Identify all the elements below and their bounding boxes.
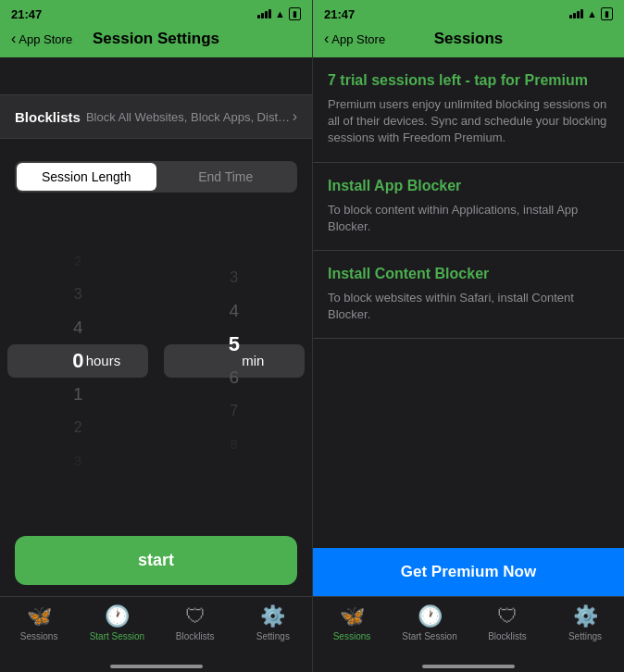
picker-mins-label: min bbox=[242, 344, 264, 378]
tab-settings-left[interactable]: ⚙️ Settings bbox=[234, 604, 312, 648]
status-time-left: 21:47 bbox=[11, 7, 42, 21]
status-icons-left: ▲ ▮ bbox=[257, 7, 301, 20]
promo-text: Premium users enjoy unlimited blocking s… bbox=[328, 96, 609, 147]
settings-tab-label-right: Settings bbox=[568, 631, 602, 641]
end-time-tab[interactable]: End Time bbox=[156, 163, 296, 191]
signal-icon bbox=[257, 9, 271, 19]
blocklists-row[interactable]: Blocklists Block All Websites, Block App… bbox=[0, 94, 312, 139]
home-indicator-left bbox=[110, 665, 203, 668]
back-button-right[interactable]: ‹ App Store bbox=[324, 31, 385, 47]
start-button[interactable]: start bbox=[15, 536, 297, 585]
sessions-tab-label: Sessions bbox=[20, 631, 58, 641]
content-blocker-text: To block websites within Safari, install… bbox=[328, 290, 609, 323]
back-chevron-right: ‹ bbox=[324, 31, 329, 47]
back-button-left[interactable]: ‹ App Store bbox=[11, 31, 72, 47]
settings-tab-label: Settings bbox=[256, 631, 290, 641]
sessions-tab-icon: 🦋 bbox=[27, 604, 52, 628]
blocklists-tab-label: Blocklists bbox=[176, 631, 215, 641]
back-label-left: App Store bbox=[19, 32, 72, 46]
picker-hours-above3: 2 bbox=[0, 244, 156, 278]
right-panel: 21:47 ▲ ▮ ‹ App Store Sessions 7 trial s… bbox=[312, 0, 624, 672]
picker-hours-above1: 4 bbox=[0, 311, 156, 344]
sessions-tab-icon-right: 🦋 bbox=[340, 604, 365, 628]
tab-sessions-right[interactable]: 🦋 Sessions bbox=[313, 604, 391, 648]
sessions-tab-label-right: Sessions bbox=[333, 631, 371, 641]
left-panel: 21:47 ▲ ▮ ‹ App Store Session Settings B… bbox=[0, 0, 312, 672]
start-session-tab-label: Start Session bbox=[90, 631, 144, 641]
content-left: Blocklists Block All Websites, Block App… bbox=[0, 57, 312, 596]
tab-settings-right[interactable]: ⚙️ Settings bbox=[546, 604, 624, 648]
start-session-tab-icon: 🕐 bbox=[105, 604, 130, 628]
page-title-right: Sessions bbox=[434, 30, 504, 48]
blocklists-tab-icon: 🛡 bbox=[185, 604, 206, 628]
wifi-icon: ▲ bbox=[275, 8, 285, 19]
tab-blocklists-left[interactable]: 🛡 Blocklists bbox=[156, 604, 234, 648]
hours-picker-col[interactable]: 2 3 4 0 hours 1 2 3 bbox=[0, 200, 156, 521]
content-blocker-title: Install Content Blocker bbox=[328, 266, 609, 282]
start-session-tab-icon-right: 🕐 bbox=[418, 604, 443, 628]
app-blocker-title: Install App Blocker bbox=[328, 178, 609, 194]
tab-start-session-left[interactable]: 🕐 Start Session bbox=[78, 604, 156, 648]
settings-tab-icon-right: ⚙️ bbox=[573, 604, 598, 628]
status-bar-left: 21:47 ▲ ▮ bbox=[0, 0, 312, 26]
picker-mins-below2: 7 bbox=[156, 394, 313, 428]
picker-hours-selected: 0 bbox=[0, 344, 156, 378]
blocklists-desc: Block All Websites, Block Apps, Distrac.… bbox=[86, 110, 293, 124]
tab-bar-right: 🦋 Sessions 🕐 Start Session 🛡 Blocklists … bbox=[313, 596, 624, 663]
session-length-tab[interactable]: Session Length bbox=[17, 163, 156, 191]
app-blocker-text: To block content within Applications, in… bbox=[328, 202, 609, 235]
premium-button[interactable]: Get Premium Now bbox=[313, 548, 624, 596]
picker-hours-below1: 1 bbox=[0, 378, 156, 411]
picker-mins-above1: 4 bbox=[156, 294, 313, 328]
app-header-left: ‹ App Store Session Settings bbox=[0, 26, 312, 57]
settings-tab-icon: ⚙️ bbox=[260, 604, 285, 628]
sessions-content: 7 trial sessions left - tap for Premium … bbox=[313, 57, 624, 548]
page-title-left: Session Settings bbox=[93, 30, 219, 48]
picker-hours-below2: 2 bbox=[0, 411, 156, 444]
promo-title: 7 trial sessions left - tap for Premium bbox=[328, 72, 609, 89]
time-picker[interactable]: 2 3 4 0 hours 1 2 3 3 4 5 min 6 7 8 bbox=[0, 200, 312, 521]
blocklists-tab-icon-right: 🛡 bbox=[497, 604, 518, 628]
picker-hours-above2: 3 bbox=[0, 278, 156, 311]
signal-icon-right bbox=[569, 9, 583, 19]
tab-sessions-left[interactable]: 🦋 Sessions bbox=[0, 604, 78, 648]
blocklists-label: Blocklists bbox=[15, 109, 81, 125]
status-icons-right: ▲ ▮ bbox=[569, 7, 613, 20]
blocklists-chevron-icon: › bbox=[293, 108, 297, 125]
promo-banner[interactable]: 7 trial sessions left - tap for Premium … bbox=[313, 57, 624, 163]
picker-mins-below1: 6 bbox=[156, 361, 313, 394]
install-app-blocker-card[interactable]: Install App Blocker To block content wit… bbox=[313, 163, 624, 251]
install-content-blocker-card[interactable]: Install Content Blocker To block website… bbox=[313, 251, 624, 339]
blocklists-tab-label-right: Blocklists bbox=[488, 631, 527, 641]
tab-bar-left: 🦋 Sessions 🕐 Start Session 🛡 Blocklists … bbox=[0, 596, 312, 663]
back-chevron-left: ‹ bbox=[11, 31, 16, 47]
picker-hours-below3: 3 bbox=[0, 444, 156, 478]
picker-hours-label: hours bbox=[86, 344, 121, 378]
status-time-right: 21:47 bbox=[324, 7, 355, 21]
picker-mins-selected: 5 bbox=[156, 328, 313, 361]
session-toggle: Session Length End Time bbox=[15, 161, 297, 193]
status-bar-right: 21:47 ▲ ▮ bbox=[313, 0, 624, 26]
start-session-tab-label-right: Start Session bbox=[402, 631, 456, 641]
battery-icon-right: ▮ bbox=[601, 7, 613, 20]
wifi-icon-right: ▲ bbox=[587, 8, 597, 19]
home-indicator-right bbox=[422, 665, 515, 668]
minutes-picker-col[interactable]: 3 4 5 min 6 7 8 bbox=[156, 200, 313, 521]
picker-mins-below3: 8 bbox=[156, 428, 313, 461]
tab-start-session-right[interactable]: 🕐 Start Session bbox=[391, 604, 468, 648]
picker-mins-above2: 3 bbox=[156, 261, 313, 294]
back-label-right: App Store bbox=[331, 32, 385, 46]
app-header-right: ‹ App Store Sessions bbox=[313, 26, 624, 57]
tab-blocklists-right[interactable]: 🛡 Blocklists bbox=[468, 604, 546, 648]
battery-icon: ▮ bbox=[289, 7, 301, 20]
